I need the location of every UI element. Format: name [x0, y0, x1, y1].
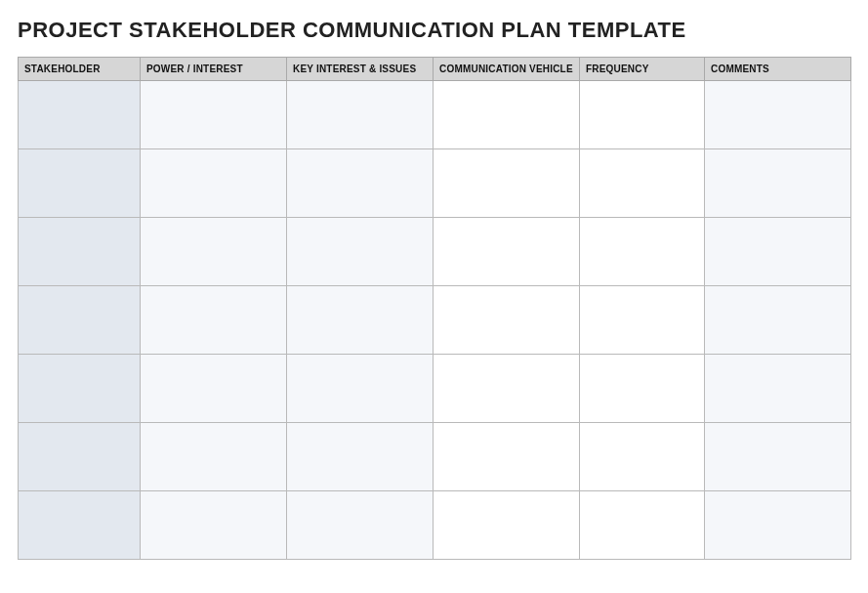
cell-comments[interactable]: [705, 491, 851, 560]
cell-comments[interactable]: [705, 286, 851, 355]
cell-key-interest-issues[interactable]: [287, 423, 434, 491]
cell-power-interest[interactable]: [141, 355, 287, 423]
cell-frequency[interactable]: [580, 355, 705, 423]
cell-communication-vehicle[interactable]: [434, 218, 580, 286]
cell-comments[interactable]: [705, 218, 851, 286]
col-header-communication-vehicle: COMMUNICATION VEHICLE: [434, 58, 580, 81]
cell-comments[interactable]: [705, 149, 851, 218]
cell-communication-vehicle[interactable]: [434, 423, 580, 491]
table-header-row: STAKEHOLDER POWER / INTEREST KEY INTERES…: [19, 58, 851, 81]
cell-power-interest[interactable]: [141, 286, 287, 355]
cell-comments[interactable]: [705, 355, 851, 423]
cell-key-interest-issues[interactable]: [287, 491, 434, 560]
cell-power-interest[interactable]: [141, 423, 287, 491]
cell-key-interest-issues[interactable]: [287, 149, 434, 218]
cell-comments[interactable]: [705, 423, 851, 491]
table-row: [19, 81, 851, 149]
cell-power-interest[interactable]: [141, 218, 287, 286]
table-row: [19, 149, 851, 218]
cell-frequency[interactable]: [580, 218, 705, 286]
cell-stakeholder[interactable]: [19, 491, 141, 560]
cell-communication-vehicle[interactable]: [434, 81, 580, 149]
cell-power-interest[interactable]: [141, 149, 287, 218]
col-header-frequency: FREQUENCY: [580, 58, 705, 81]
col-header-key-interest-issues: KEY INTEREST & ISSUES: [287, 58, 434, 81]
cell-stakeholder[interactable]: [19, 149, 141, 218]
stakeholder-plan-table: STAKEHOLDER POWER / INTEREST KEY INTERES…: [18, 57, 851, 560]
table-row: [19, 218, 851, 286]
cell-power-interest[interactable]: [141, 81, 287, 149]
cell-frequency[interactable]: [580, 149, 705, 218]
table-row: [19, 355, 851, 423]
cell-key-interest-issues[interactable]: [287, 355, 434, 423]
cell-comments[interactable]: [705, 81, 851, 149]
cell-frequency[interactable]: [580, 423, 705, 491]
cell-frequency[interactable]: [580, 81, 705, 149]
cell-communication-vehicle[interactable]: [434, 286, 580, 355]
col-header-comments: COMMENTS: [705, 58, 851, 81]
cell-stakeholder[interactable]: [19, 355, 141, 423]
cell-stakeholder[interactable]: [19, 286, 141, 355]
table-row: [19, 491, 851, 560]
cell-key-interest-issues[interactable]: [287, 218, 434, 286]
cell-key-interest-issues[interactable]: [287, 81, 434, 149]
col-header-stakeholder: STAKEHOLDER: [19, 58, 141, 81]
cell-frequency[interactable]: [580, 286, 705, 355]
cell-communication-vehicle[interactable]: [434, 355, 580, 423]
cell-stakeholder[interactable]: [19, 218, 141, 286]
cell-frequency[interactable]: [580, 491, 705, 560]
cell-communication-vehicle[interactable]: [434, 491, 580, 560]
cell-stakeholder[interactable]: [19, 81, 141, 149]
page-title: PROJECT STAKEHOLDER COMMUNICATION PLAN T…: [18, 18, 850, 43]
cell-key-interest-issues[interactable]: [287, 286, 434, 355]
cell-power-interest[interactable]: [141, 491, 287, 560]
table-row: [19, 423, 851, 491]
cell-stakeholder[interactable]: [19, 423, 141, 491]
table-row: [19, 286, 851, 355]
col-header-power-interest: POWER / INTEREST: [141, 58, 287, 81]
cell-communication-vehicle[interactable]: [434, 149, 580, 218]
